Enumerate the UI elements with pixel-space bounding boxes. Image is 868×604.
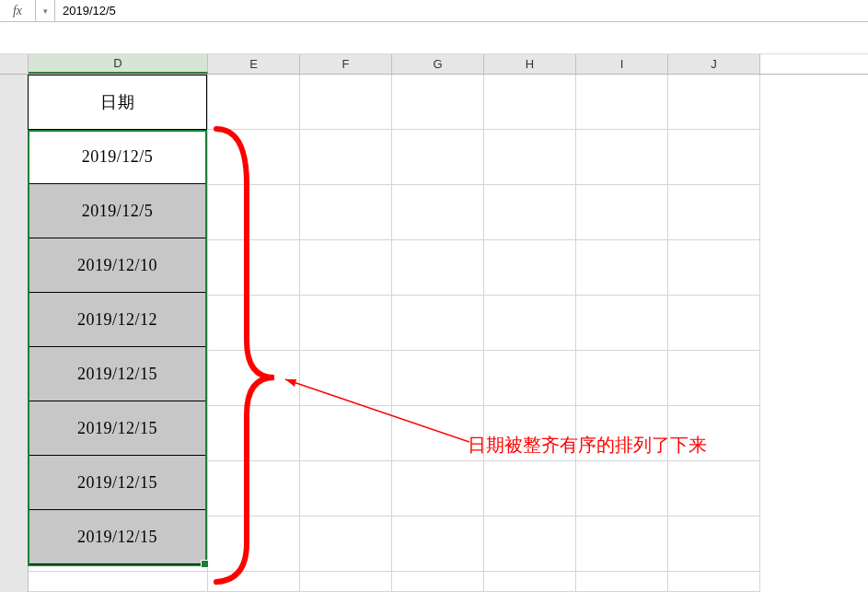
column-header-J[interactable]: J (668, 54, 760, 74)
column-headers: D E F G H I J (0, 54, 868, 75)
row-header[interactable] (0, 75, 29, 130)
cell[interactable] (392, 130, 484, 185)
cell[interactable] (300, 185, 392, 240)
cell[interactable] (576, 130, 668, 185)
cell-D-header[interactable]: 日期 (28, 75, 207, 130)
cell[interactable] (668, 406, 760, 461)
cell[interactable] (392, 406, 484, 461)
row-header[interactable] (0, 240, 29, 296)
cell[interactable] (300, 572, 392, 592)
cell[interactable] (208, 296, 300, 351)
row-header[interactable] (0, 351, 29, 406)
cell-D9[interactable]: 2019/12/15 (28, 509, 207, 564)
cell[interactable] (392, 75, 484, 130)
cell-D8[interactable]: 2019/12/15 (28, 455, 207, 510)
cell[interactable] (300, 406, 392, 461)
cell[interactable] (484, 517, 576, 572)
cell[interactable] (668, 461, 760, 517)
row-header[interactable] (0, 130, 29, 185)
cell[interactable] (668, 296, 760, 351)
column-header-D[interactable]: D (29, 54, 208, 74)
column-header-I[interactable]: I (576, 54, 668, 74)
cell[interactable] (392, 517, 484, 572)
cell[interactable] (300, 130, 392, 185)
cell[interactable] (392, 572, 484, 592)
cell[interactable] (576, 240, 668, 296)
cell[interactable] (392, 351, 484, 406)
cell[interactable] (576, 461, 668, 517)
cell[interactable] (484, 572, 576, 592)
cell-D7[interactable]: 2019/12/15 (28, 401, 207, 456)
cell[interactable] (484, 351, 576, 406)
cell[interactable] (576, 351, 668, 406)
column-D-data-block: 日期 2019/12/5 2019/12/5 2019/12/10 2019/1… (28, 75, 207, 564)
cell-D2[interactable]: 2019/12/5 (28, 129, 207, 184)
cell[interactable] (576, 296, 668, 351)
cell[interactable] (668, 130, 760, 185)
cell[interactable] (300, 517, 392, 572)
fx-dropdown-icon[interactable]: ▾ (36, 0, 55, 21)
column-header-F[interactable]: F (300, 54, 392, 74)
row-header[interactable] (0, 185, 29, 240)
cell[interactable] (208, 517, 300, 572)
cell[interactable] (484, 240, 576, 296)
cell[interactable] (668, 517, 760, 572)
cell[interactable] (392, 185, 484, 240)
cell[interactable] (300, 296, 392, 351)
cell[interactable] (300, 240, 392, 296)
column-header-H[interactable]: H (484, 54, 576, 74)
cell-D6[interactable]: 2019/12/15 (28, 346, 207, 401)
cell[interactable] (576, 406, 668, 461)
cell[interactable] (208, 240, 300, 296)
cell[interactable] (484, 296, 576, 351)
cell[interactable] (208, 351, 300, 406)
cell[interactable] (484, 185, 576, 240)
row-header[interactable] (0, 461, 29, 517)
formula-input[interactable]: 2019/12/5 (55, 0, 868, 21)
cell[interactable] (668, 240, 760, 296)
cell[interactable] (300, 75, 392, 130)
grid-body: 日期 2019/12/5 2019/12/5 2019/12/10 2019/1… (0, 75, 868, 592)
row-header[interactable] (0, 572, 29, 592)
cell[interactable] (208, 572, 300, 592)
cell-D3[interactable]: 2019/12/5 (28, 183, 207, 238)
column-header-E[interactable]: E (208, 54, 300, 74)
row-header[interactable] (0, 517, 29, 572)
cell[interactable] (668, 572, 760, 592)
spreadsheet-app: fx ▾ 2019/12/5 D E F G H I J (0, 0, 868, 604)
cell[interactable] (576, 572, 668, 592)
cell[interactable] (208, 185, 300, 240)
cell[interactable] (392, 461, 484, 517)
cell[interactable] (300, 351, 392, 406)
row-header[interactable] (0, 406, 29, 461)
fx-icon[interactable]: fx (0, 0, 36, 21)
formula-bar: fx ▾ 2019/12/5 (0, 0, 868, 22)
row-header[interactable] (0, 296, 29, 351)
cell[interactable] (576, 517, 668, 572)
cell[interactable] (576, 185, 668, 240)
cell[interactable] (208, 406, 300, 461)
cell[interactable] (668, 351, 760, 406)
cell-D5[interactable]: 2019/12/12 (28, 292, 207, 347)
cell[interactable] (300, 461, 392, 517)
column-header-G[interactable]: G (392, 54, 484, 74)
cell[interactable] (484, 130, 576, 185)
cell[interactable] (484, 406, 576, 461)
grid-row (0, 572, 868, 592)
cell[interactable] (484, 75, 576, 130)
cell[interactable] (668, 185, 760, 240)
cell[interactable] (208, 130, 300, 185)
cell[interactable] (29, 572, 208, 592)
cell[interactable] (484, 461, 576, 517)
cell[interactable] (576, 75, 668, 130)
toolbar-gap (0, 22, 868, 54)
cell[interactable] (392, 296, 484, 351)
cell[interactable] (668, 75, 760, 130)
cell[interactable] (208, 461, 300, 517)
cell[interactable] (392, 240, 484, 296)
select-all-corner[interactable] (0, 54, 29, 74)
cell[interactable] (208, 75, 300, 130)
cell-D4[interactable]: 2019/12/10 (28, 238, 207, 293)
